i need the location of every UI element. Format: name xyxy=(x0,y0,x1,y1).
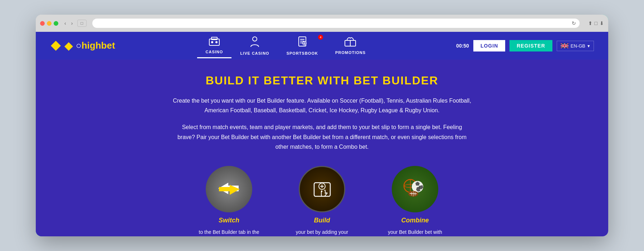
address-bar[interactable]: ↻ xyxy=(92,19,580,28)
svg-point-6 xyxy=(253,37,257,41)
feature-combine-name: Combine xyxy=(401,217,429,224)
browser-window: ‹ › □ ↻ ⬆ □ ⬇ ○highbet xyxy=(36,15,608,236)
minimize-button[interactable] xyxy=(47,21,52,26)
feature-switch-desc: to the Bet Builder tab in the match even… xyxy=(197,228,261,236)
page-description-1: Create the bet you want with our Bet Bui… xyxy=(168,96,476,115)
browser-actions: ⬆ □ ⬇ xyxy=(588,20,604,26)
live-casino-label: LIVE CASINO xyxy=(240,51,269,55)
forward-button[interactable]: › xyxy=(69,20,75,27)
svg-rect-24 xyxy=(561,45,569,46)
browser-chrome: ‹ › □ ↻ ⬆ □ ⬇ xyxy=(36,15,608,32)
main-content: BUILD IT BETTER WITH BET BUILDER Create … xyxy=(36,60,608,236)
features-row: Switch to the Bet Builder tab in the mat… xyxy=(43,166,601,236)
sportsbook-label: SPORTSBOOK xyxy=(287,51,318,55)
flag-icon xyxy=(561,43,569,48)
combine-icon xyxy=(399,173,431,205)
reload-button[interactable]: ↻ xyxy=(572,20,576,26)
sportsbook-badge: 4 xyxy=(318,35,323,40)
feature-combine-desc: your Bet Builder bet with other event's … xyxy=(383,228,447,236)
feature-build: Build your bet by adding your selections… xyxy=(290,166,354,236)
logo[interactable]: ○highbet xyxy=(50,40,115,51)
feature-combine-circle xyxy=(392,166,438,212)
logo-icon xyxy=(50,40,62,51)
svg-marker-0 xyxy=(51,41,61,51)
casino-icon xyxy=(209,36,220,48)
feature-switch-circle xyxy=(206,166,252,212)
tab-button[interactable]: □ xyxy=(77,20,86,27)
page-title: BUILD IT BETTER WITH BET BUILDER xyxy=(43,74,601,87)
time-display: 00:50 xyxy=(456,43,469,49)
svg-point-5 xyxy=(215,41,218,43)
browser-nav-buttons: ‹ › xyxy=(63,20,74,27)
nav-item-sportsbook[interactable]: 4 SPORTSBOOK xyxy=(278,33,327,58)
svg-point-4 xyxy=(211,41,213,43)
language-selector[interactable]: EN-GB ▾ xyxy=(557,41,594,51)
logo-text: ○highbet xyxy=(64,40,115,51)
nav-item-promotions[interactable]: PROMOTIONS xyxy=(327,33,374,58)
main-nav: CASINO LIVE CASINO xyxy=(122,33,449,58)
nav-item-live-casino[interactable]: LIVE CASINO xyxy=(231,33,278,58)
sportsbook-icon xyxy=(297,36,307,50)
login-button[interactable]: LOGIN xyxy=(473,40,505,51)
maximize-button[interactable] xyxy=(54,21,58,26)
feature-switch-name: Switch xyxy=(219,217,239,224)
language-label: EN-GB xyxy=(571,43,585,49)
traffic-lights xyxy=(40,21,58,26)
feature-build-desc: your bet by adding your selections into … xyxy=(290,228,354,236)
page-description-2: Select from match events, team and playe… xyxy=(175,122,469,152)
site-header: ○highbet CASINO xyxy=(36,32,608,60)
register-button[interactable]: REGISTER xyxy=(509,40,552,51)
language-chevron: ▾ xyxy=(587,43,590,49)
download-button[interactable]: ⬇ xyxy=(600,20,604,26)
feature-combine: Combine your Bet Builder bet with other … xyxy=(383,166,447,236)
share-button[interactable]: ⬆ xyxy=(588,20,592,26)
site-content: ○highbet CASINO xyxy=(36,32,608,236)
close-button[interactable] xyxy=(40,21,45,26)
svg-marker-1 xyxy=(64,42,73,51)
build-icon xyxy=(309,176,336,202)
svg-rect-8 xyxy=(300,39,304,40)
duplicate-button[interactable]: □ xyxy=(595,20,597,26)
feature-build-circle xyxy=(299,166,345,212)
feature-build-name: Build xyxy=(314,217,330,224)
live-casino-icon xyxy=(250,36,259,50)
nav-item-casino[interactable]: CASINO xyxy=(197,33,232,58)
promotions-icon xyxy=(344,36,356,49)
switch-arrows-icon xyxy=(215,178,243,200)
back-button[interactable]: ‹ xyxy=(63,20,68,27)
feature-switch: Switch to the Bet Builder tab in the mat… xyxy=(197,166,261,236)
svg-rect-28 xyxy=(219,187,230,191)
header-right: 00:50 LOGIN REGISTER xyxy=(456,40,594,51)
promotions-label: PROMOTIONS xyxy=(335,50,366,55)
casino-label: CASINO xyxy=(206,50,223,54)
